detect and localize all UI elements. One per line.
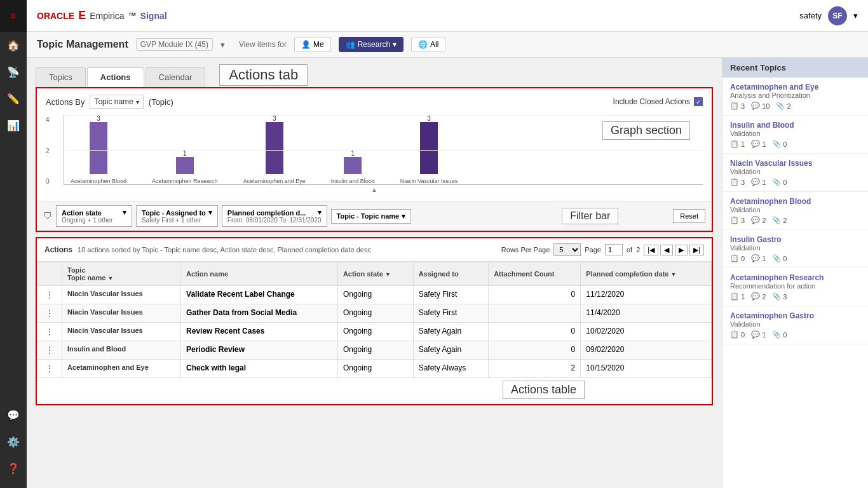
bar-1[interactable] xyxy=(176,157,194,174)
recent-topic-icons-3: 📋 3 💬 2 📎 2 xyxy=(730,216,860,224)
recent-topic-item-4: Insulin Gastro Validation 📋 0 💬 1 📎 0 xyxy=(722,230,868,268)
row-topic-2: Niacin Vascular Issues xyxy=(62,323,181,341)
col-topic[interactable]: Topic Topic name ▼ xyxy=(62,262,181,286)
view-me-button[interactable]: 👤 Me xyxy=(294,37,331,52)
recent-topic-item-6: Acetaminophen Gastro Validation 📋 0 💬 1 … xyxy=(722,306,868,344)
filter-planned-date[interactable]: Planned completion d... ▾ From: 08/01/20… xyxy=(222,205,327,227)
sidebar-signal-icon[interactable]: 📡 xyxy=(0,58,27,85)
prev-page-button[interactable]: ◀ xyxy=(660,245,673,255)
recent-topic-name-0[interactable]: Acetaminophen and Eye xyxy=(730,83,860,92)
col-attachment-count: Attachment Count xyxy=(489,262,581,286)
group-by-select[interactable]: Topic name ▾ xyxy=(90,95,143,109)
bar-group-3: 1 Insulin and Blood xyxy=(331,150,375,184)
sidebar-chat-icon[interactable]: 💬 xyxy=(0,402,27,428)
reset-button[interactable]: Reset xyxy=(673,209,705,223)
topic-count2-2: 💬 1 xyxy=(751,178,766,186)
page-input[interactable] xyxy=(605,244,623,255)
row-assigned-to-4: Safety Always xyxy=(413,360,488,378)
row-attachment-0: 0 xyxy=(489,286,581,304)
table-row: ⋮ Insulin and Blood Periodic Review Ongo… xyxy=(37,341,712,360)
sidebar-help-icon[interactable]: ❓ xyxy=(0,455,27,482)
recent-topic-name-6[interactable]: Acetaminophen Gastro xyxy=(730,311,860,320)
view-items-label: View items for xyxy=(239,40,287,49)
research-icon: 👥 xyxy=(346,40,355,49)
view-research-button[interactable]: 👥 Research ▾ xyxy=(339,37,403,52)
recent-topic-name-5[interactable]: Acetaminophen Research xyxy=(730,273,860,282)
main-content: Topics Actions Calendar Actions tab Acti… xyxy=(27,58,722,488)
row-topic-4: Acetaminophen and Eye xyxy=(62,360,181,378)
tab-actions[interactable]: Actions xyxy=(87,67,144,87)
recent-topic-item-0: Acetaminophen and Eye Analysis and Prior… xyxy=(722,78,868,116)
sidebar-edit-icon[interactable]: ✏️ xyxy=(0,85,27,112)
bar-4[interactable] xyxy=(420,122,438,174)
bar-group-1: 1 Acetaminophen Research xyxy=(152,150,218,184)
row-menu-button-3[interactable]: ⋮ xyxy=(43,345,57,355)
oracle-text: ORACLE xyxy=(37,11,74,21)
row-menu-button-2[interactable]: ⋮ xyxy=(43,327,57,337)
expand-handle[interactable]: ▲ xyxy=(46,185,703,194)
row-assigned-to-1: Safety First xyxy=(413,304,488,323)
row-topic-1: Niacin Vascular Issues xyxy=(62,304,181,323)
include-closed-checkbox[interactable]: ✓ xyxy=(694,97,703,106)
sidebar-home-icon[interactable]: 🏠 xyxy=(0,32,27,58)
table-icon-1: 📋 xyxy=(730,140,739,148)
recent-topic-sub-5: Recommendation for action xyxy=(730,282,860,290)
recent-topic-name-2[interactable]: Niacin Vascular Issues xyxy=(730,159,860,168)
row-topic-0: Niacin Vascular Issues xyxy=(62,286,181,304)
sidebar-settings-icon[interactable]: ⚙️ xyxy=(0,428,27,455)
topic-count3-6: 📎 0 xyxy=(772,330,787,339)
bar-4-label: Niacin Vascular Issues xyxy=(400,178,458,184)
recent-topic-name-1[interactable]: Insulin and Blood xyxy=(730,121,860,130)
rows-per-page-select[interactable]: 5 10 25 xyxy=(553,243,581,256)
view-all-button[interactable]: 🌐 All xyxy=(411,37,445,52)
attachment-icon-5: 📎 xyxy=(772,292,781,301)
bar-2[interactable] xyxy=(266,122,283,174)
bar-0[interactable] xyxy=(90,122,107,174)
user-dropdown-arrow[interactable]: ▾ xyxy=(853,11,858,20)
actions-by-label: Actions By xyxy=(46,97,85,107)
sidebar-chart-icon[interactable]: 📊 xyxy=(0,112,27,139)
bar-3-value: 1 xyxy=(351,150,355,157)
filter-bar: ⛉ Action state ▾ Ongoing + 1 other Topic… xyxy=(37,201,712,231)
tab-topics[interactable]: Topics xyxy=(36,67,86,87)
row-menu-button-4[interactable]: ⋮ xyxy=(43,363,57,374)
row-menu-button-0[interactable]: ⋮ xyxy=(43,290,57,300)
e-logo: E xyxy=(78,9,86,22)
bar-chart-container: 4 2 0 xyxy=(46,115,703,185)
recent-topic-name-4[interactable]: Insulin Gastro xyxy=(730,235,860,244)
first-page-button[interactable]: |◀ xyxy=(644,245,658,255)
comment-icon-5: 💬 xyxy=(751,292,760,301)
recent-topic-sub-2: Validation xyxy=(730,168,860,175)
page-total: 2 xyxy=(636,246,640,254)
col-planned-date[interactable]: Planned completion date ▼ xyxy=(581,262,712,286)
bar-3[interactable] xyxy=(344,157,362,174)
col-action-name: Action name xyxy=(181,262,338,286)
table-info: 10 actions sorted by Topic - Topic name … xyxy=(78,246,501,254)
gridline-2 xyxy=(64,150,703,151)
filter-action-state[interactable]: Action state ▾ Ongoing + 1 other xyxy=(56,205,132,227)
table-icon-5: 📋 xyxy=(730,292,739,301)
row-menu-button-1[interactable]: ⋮ xyxy=(43,308,57,318)
module-dropdown-arrow[interactable]: ▾ xyxy=(220,40,225,50)
filter-topic-name[interactable]: Topic - Topic name ▾ xyxy=(331,209,412,224)
module-badge[interactable]: GVP Module IX (45) xyxy=(136,38,213,51)
filter-assigned-to[interactable]: Topic - Assigned to ▾ Safety First + 1 o… xyxy=(136,205,218,227)
table-icon-2: 📋 xyxy=(730,178,739,186)
rows-per-page: Rows Per Page 5 10 25 Page of 2 |◀ ◀ xyxy=(501,243,704,256)
recent-topic-item-5: Acetaminophen Research Recommendation fo… xyxy=(722,268,868,306)
row-topic-3: Insulin and Blood xyxy=(62,341,181,360)
tab-calendar[interactable]: Calendar xyxy=(146,67,206,87)
tabs: Topics Actions Calendar xyxy=(36,67,207,87)
col-action-state[interactable]: Action state ▼ xyxy=(337,262,413,286)
page-label: Page xyxy=(585,246,601,254)
comment-icon-1: 💬 xyxy=(751,140,760,148)
next-page-button[interactable]: ▶ xyxy=(675,245,688,255)
row-attachment-4: 2 xyxy=(489,360,581,378)
recent-topic-sub-3: Validation xyxy=(730,206,860,214)
comment-icon-6: 💬 xyxy=(751,330,760,339)
comment-icon-2: 💬 xyxy=(751,178,760,186)
attachment-icon-2: 📎 xyxy=(772,178,781,186)
row-planned-date-4: 10/15/2020 xyxy=(581,360,712,378)
recent-topic-name-3[interactable]: Acetaminophen Blood xyxy=(730,197,860,206)
last-page-button[interactable]: ▶| xyxy=(689,245,704,255)
